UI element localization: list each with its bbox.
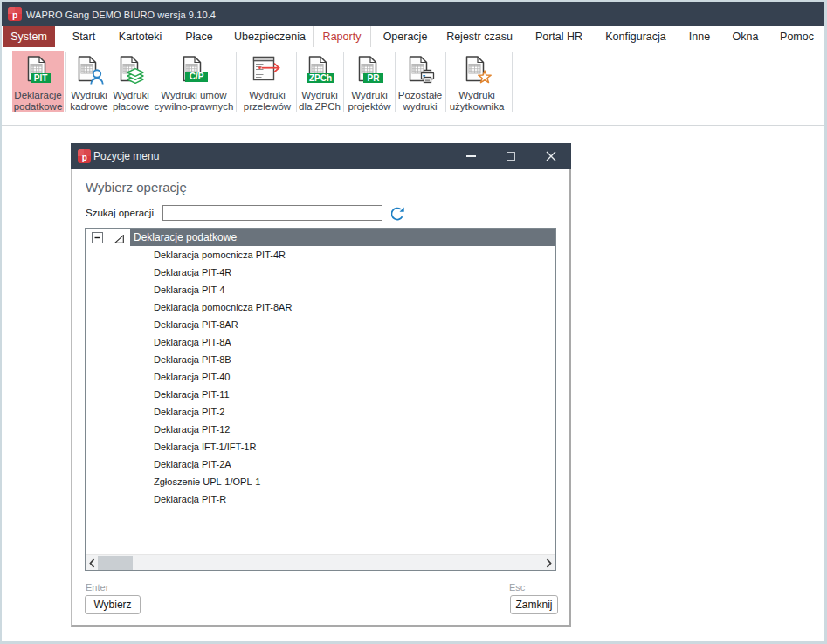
svg-text:p: p [82,153,87,162]
svg-text:p: p [12,10,17,20]
